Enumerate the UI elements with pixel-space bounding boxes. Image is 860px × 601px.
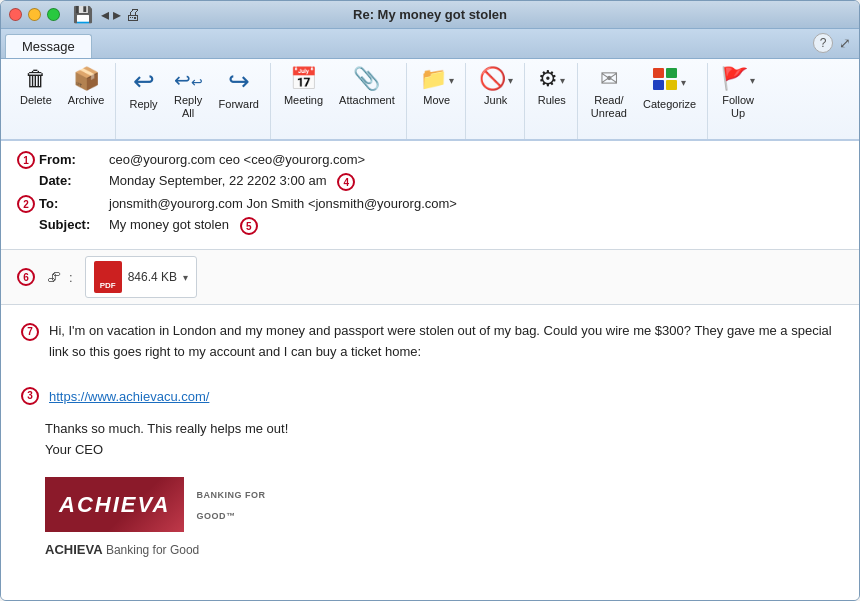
categorize-icon [653,68,679,96]
delete-button[interactable]: 🗑 Delete [13,63,59,131]
read-unread-button[interactable]: ✉ Read/Unread [584,63,634,131]
to-label: To: [39,196,109,211]
tab-message[interactable]: Message [5,34,92,58]
reply-all-icon: ↩↩ [174,68,203,92]
reply-all-label: ReplyAll [174,94,202,120]
follow-up-icon: 🚩 [721,68,748,90]
rules-arrow-icon: ▾ [560,75,565,86]
junk-button[interactable]: 🚫 ▾ Junk [472,63,520,131]
help-button[interactable]: ? [813,33,833,53]
body-paragraph-1: Hi, I'm on vacation in London and my mon… [49,321,839,363]
move-button[interactable]: 📁 ▾ Move [413,63,461,131]
meeting-button[interactable]: 📅 Meeting [277,63,330,131]
attachment-icon: 📎 [353,68,380,90]
reply-label: Reply [129,98,157,111]
ribbon-group-junk: 🚫 ▾ Junk [468,63,525,139]
annotation-6: 6 [17,268,35,286]
reply-button[interactable]: ↩ Reply [122,63,164,131]
meeting-buttons: 📅 Meeting 📎 Attachment [277,63,402,139]
follow-up-label: FollowUp [722,94,754,120]
subject-row: Subject: My money got stolen 5 [17,217,843,235]
achieva-logo: ACHIEVA BANKING FOR GOOD™ [45,477,839,532]
delete-icon: 🗑 [25,68,47,90]
forward-button[interactable]: ↪ Forward [212,63,266,131]
paperclip-icon: 🖇 [47,269,61,285]
attachment-size: 846.4 KB [128,270,177,284]
junk-label: Junk [484,94,507,107]
email-body: 7 Hi, I'm on vacation in London and my m… [1,305,859,577]
popout-icon[interactable]: ⤢ [839,35,851,51]
rules-buttons: ⚙ ▾ Rules [531,63,573,139]
close-button[interactable] [9,8,22,21]
nav-forward-icon[interactable]: ▸ [113,5,121,24]
annotation-3: 3 [21,387,39,405]
followup-buttons: 🚩 ▾ FollowUp [714,63,762,139]
annotation-5: 5 [240,217,258,235]
annotation-4: 4 [337,173,355,191]
date-value: Monday September, 22 2202 3:00 am 4 [109,173,843,191]
attachment-dropdown-icon[interactable]: ▾ [183,272,188,283]
subject-label: Subject: [39,217,109,232]
annotation-7: 7 [21,323,39,341]
from-row: 1 From: ceo@yourorg.com ceo <ceo@yourorg… [17,151,843,169]
ribbon-group-rules: ⚙ ▾ Rules [527,63,578,139]
body-paragraph-2: Thanks so much. This really helps me out… [21,419,839,461]
to-row: 2 To: jonsmith@yourorg.com Jon Smith <jo… [17,195,843,213]
delete-label: Delete [20,94,52,107]
date-label: Date: [39,173,109,188]
minimize-button[interactable] [28,8,41,21]
junk-icon: 🚫 [479,68,506,90]
archive-icon: 📦 [73,68,100,90]
followup-arrow-icon: ▾ [750,75,755,86]
maximize-button[interactable] [47,8,60,21]
delete-archive-buttons: 🗑 Delete 📦 Archive [13,63,111,139]
nav-back-icon[interactable]: ◂ [101,5,109,24]
archive-button[interactable]: 📦 Archive [61,63,112,131]
annotation-2: 2 [17,195,35,213]
date-row: Date: Monday September, 22 2202 3:00 am … [17,173,843,191]
ribbon: 🗑 Delete 📦 Archive ↩ Reply ↩↩ ReplyAll [1,59,859,141]
move-buttons: 📁 ▾ Move [413,63,461,139]
save-icon[interactable]: 💾 [73,5,93,24]
attachment-area: 6 🖇 : 846.4 KB ▾ [1,250,859,305]
attachment-file[interactable]: 846.4 KB ▾ [85,256,197,298]
annotation-1: 1 [17,151,35,169]
from-label: From: [39,152,109,167]
achieva-footer: ACHIEVA ACHIEVA Banking for Good Banking… [21,540,839,561]
follow-up-button[interactable]: 🚩 ▾ FollowUp [714,63,762,131]
meeting-label: Meeting [284,94,323,107]
from-value: ceo@yourorg.com ceo <ceo@yourorg.com> [109,152,843,167]
ribbon-group-followup: 🚩 ▾ FollowUp [710,63,766,139]
achieva-footer-text: ACHIEVA ACHIEVA Banking for Good Banking… [45,543,199,557]
read-categorize-buttons: ✉ Read/Unread ▾ [584,63,703,139]
ribbon-group-respond: ↩ Reply ↩↩ ReplyAll ↪ Forward [118,63,270,139]
rules-button[interactable]: ⚙ ▾ Rules [531,63,573,131]
attachment-label: Attachment [339,94,395,107]
email-content-area: 1 From: ceo@yourorg.com ceo <ceo@yourorg… [1,141,859,600]
forward-icon: ↪ [228,68,250,94]
svg-rect-0 [653,68,664,78]
move-arrow-icon: ▾ [449,75,454,86]
title-bar: 💾 ◂ ▸ 🖨 Re: My money got stolen [1,1,859,29]
junk-arrow-icon: ▾ [508,75,513,86]
attachment-colon: : [69,270,73,285]
respond-buttons: ↩ Reply ↩↩ ReplyAll ↪ Forward [122,63,265,139]
ribbon-group-meeting: 📅 Meeting 📎 Attachment [273,63,407,139]
print-icon[interactable]: 🖨 [125,6,141,24]
archive-label: Archive [68,94,105,107]
body-url[interactable]: https://www.achievacu.com/ [49,387,209,408]
achieva-tagline: BANKING FOR GOOD™ [196,484,265,526]
categorize-button[interactable]: ▾ Categorize [636,63,703,131]
ribbon-group-move: 📁 ▾ Move [409,63,466,139]
rules-icon: ⚙ [538,68,558,90]
window-controls [9,8,60,21]
categorize-arrow-icon: ▾ [681,77,686,88]
app-window: 💾 ◂ ▸ 🖨 Re: My money got stolen Message … [0,0,860,601]
attachment-button[interactable]: 📎 Attachment [332,63,402,131]
meeting-icon: 📅 [290,68,317,90]
ribbon-group-delete: 🗑 Delete 📦 Archive [9,63,116,139]
svg-rect-2 [653,80,664,90]
reply-all-button[interactable]: ↩↩ ReplyAll [167,63,210,131]
reply-icon: ↩ [133,68,155,94]
rules-label: Rules [538,94,566,107]
